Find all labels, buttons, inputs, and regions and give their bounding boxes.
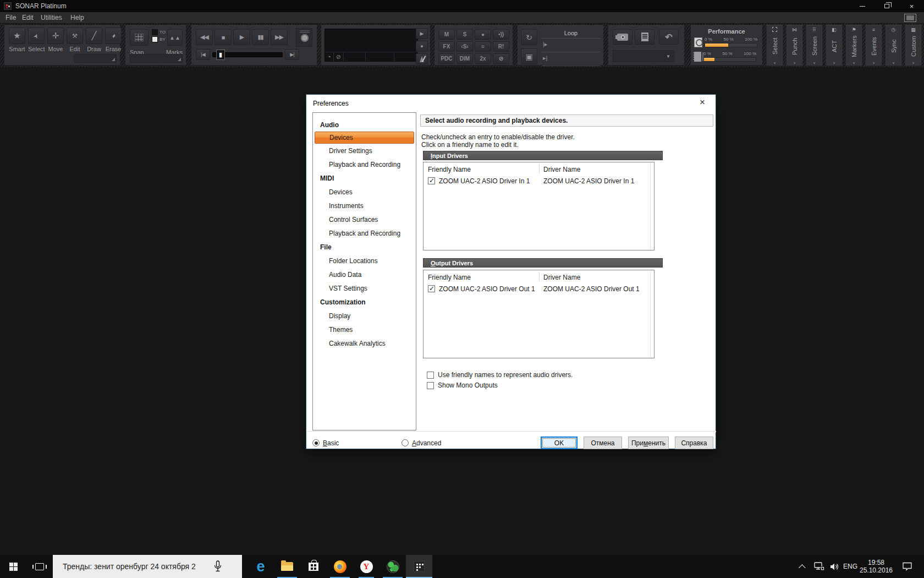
snap-dropdown[interactable] [130, 54, 183, 63]
friendly-name-cell[interactable]: ZOOM UAC-2 ASIO Driver Out 1 [439, 285, 535, 293]
tray-expand-button[interactable] [795, 555, 811, 578]
clock[interactable]: 19:58 25.10.2016 [858, 559, 894, 574]
goto-start-button[interactable]: |◀ [196, 49, 210, 60]
undo-button[interactable]: ↶ [659, 29, 679, 45]
sync-waves-button[interactable]: ≈ [475, 41, 491, 52]
menu-edit[interactable]: Edit [22, 14, 34, 21]
basic-radio[interactable] [312, 439, 320, 446]
pdc-button[interactable]: PDC [438, 53, 455, 64]
dim-solo-button[interactable]: DIM [457, 53, 473, 64]
tab-events-module[interactable]: ≡ Events ▼ [865, 25, 882, 66]
capture-dropdown[interactable]: ▼ [613, 50, 674, 62]
tab-markers-module[interactable]: ⚑ Markers ▼ [845, 25, 862, 66]
close-button[interactable]: × [899, 0, 924, 12]
loop-toggle-button[interactable]: ↻ [521, 29, 537, 45]
tab-sync-module[interactable]: ◷ Sync ▼ [885, 25, 902, 66]
punch-toggle-button[interactable]: ▣ [521, 48, 537, 64]
sidebar-item-folder-locations[interactable]: Folder Locations [313, 254, 416, 268]
sidebar-item-midi-playback-recording[interactable]: Playback and Recording [313, 226, 416, 240]
sidebar-item-midi-devices[interactable]: Devices [313, 185, 416, 199]
action-center-button[interactable] [898, 555, 916, 578]
interleave-button[interactable]: ‹S› [457, 41, 473, 52]
tab-act-module[interactable]: ◧ ACT ▼ [826, 25, 843, 66]
language-indicator[interactable]: ENG [843, 563, 857, 570]
restore-button[interactable] [875, 0, 899, 12]
select-tool-button[interactable]: ➤ [28, 28, 45, 44]
draw-tool-button[interactable]: ╱ [86, 28, 102, 44]
record-button[interactable] [296, 28, 312, 47]
basic-radio-label[interactable]: Basic [323, 439, 339, 447]
arm-record-button[interactable]: ● [475, 29, 491, 40]
metronome-button[interactable] [416, 53, 428, 64]
ok-button[interactable]: OK [541, 437, 578, 449]
notes-button[interactable] [635, 29, 654, 45]
taskbar-store-button[interactable] [300, 555, 327, 578]
output-driver-checkbox[interactable] [428, 285, 435, 292]
sidebar-item-cakewalk-analytics[interactable]: Cakewalk Analytics [313, 336, 416, 350]
sidebar-item-themes[interactable]: Themes [313, 323, 416, 336]
sidebar-item-display[interactable]: Display [313, 309, 416, 323]
tab-screen-module[interactable]: ⠿ Screen ▼ [806, 25, 823, 66]
tools-dropdown[interactable] [74, 54, 117, 63]
task-view-button[interactable] [26, 555, 53, 578]
input-driver-checkbox[interactable] [428, 177, 435, 184]
solo-button[interactable]: S [457, 29, 473, 40]
sidebar-item-audio-data[interactable]: Audio Data [313, 268, 416, 281]
capture-button[interactable] [613, 29, 632, 45]
retro-record-button[interactable]: R! [493, 41, 509, 52]
start-button[interactable] [0, 555, 26, 578]
advanced-radio-label[interactable]: Advanced [412, 439, 441, 447]
sidebar-item-vst-settings[interactable]: VST Settings [313, 281, 416, 295]
erase-tool-button[interactable]: ▰ [105, 28, 122, 44]
move-tool-button[interactable]: ✛ [47, 28, 64, 44]
exclusive-solo-button[interactable]: ⊘ [493, 53, 509, 64]
double-speed-button[interactable]: 2x [475, 53, 491, 64]
taskbar-firefox-button[interactable] [327, 555, 353, 578]
friendly-names-checkbox[interactable] [427, 372, 434, 379]
microphone-icon[interactable] [213, 560, 222, 573]
dialog-close-button[interactable]: × [696, 96, 709, 109]
taskbar-edge-button[interactable]: e [248, 555, 274, 578]
mini-record-button[interactable]: ● [416, 41, 428, 52]
tab-punch-module[interactable]: ⋈ Punch ▼ [786, 25, 803, 66]
snap-grid-button[interactable] [130, 29, 148, 46]
network-tray-button[interactable] [812, 555, 827, 578]
snap-to-toggle[interactable]: TO BY [152, 29, 166, 42]
menu-file[interactable]: File [6, 14, 16, 21]
cancel-button[interactable]: Отмена [584, 437, 622, 449]
tab-select-module[interactable]: Select ▼ [766, 25, 783, 66]
fast-forward-button[interactable]: ▶▶ [271, 29, 288, 45]
mini-play-button[interactable]: ▶ [416, 28, 428, 39]
search-input[interactable]: Тренды: зенит оренбург 24 октября 2 [53, 562, 213, 571]
help-button[interactable]: Справка [675, 437, 713, 449]
position-slider-thumb[interactable]: ▮ [216, 50, 225, 60]
smart-tool-button[interactable]: ★ [9, 28, 25, 44]
edit-tool-button[interactable]: ⚒ [67, 28, 83, 44]
apply-button[interactable]: Применить [628, 437, 669, 449]
sidebar-item-instruments[interactable]: Instruments [313, 199, 416, 212]
taskbar-explorer-button[interactable] [274, 555, 300, 578]
snap-to-switch[interactable] [152, 29, 158, 35]
position-slider[interactable]: ▮ [212, 52, 283, 57]
fx-bypass-button[interactable]: FX [438, 41, 455, 52]
tab-custom-module[interactable]: ▦ Custom ▼ [905, 25, 922, 66]
friendly-name-cell[interactable]: ZOOM UAC-2 ASIO Driver In 1 [439, 177, 530, 185]
sidebar-item-audio-playback-recording[interactable]: Playback and Recording [313, 157, 416, 171]
taskbar-globe-app-button[interactable] [380, 555, 406, 578]
taskbar-yandex-button[interactable]: Y [353, 555, 380, 578]
punch-out-field[interactable]: ▸| [542, 52, 600, 64]
sidebar-item-control-surfaces[interactable]: Control Surfaces [313, 212, 416, 226]
snap-by-switch[interactable] [152, 36, 158, 42]
input-echo-button[interactable]: •)) [493, 29, 509, 40]
pause-button[interactable]: ▮▮ [252, 29, 269, 45]
punch-in-field[interactable]: |▸ [542, 39, 600, 50]
volume-tray-button[interactable] [827, 555, 842, 578]
rewind-button[interactable]: ◀◀ [196, 29, 213, 45]
mute-button[interactable]: M [438, 29, 455, 40]
stop-button[interactable]: ■ [215, 29, 232, 45]
sidebar-item-driver-settings[interactable]: Driver Settings [313, 144, 416, 157]
search-box[interactable]: Тренды: зенит оренбург 24 октября 2 [53, 555, 242, 578]
menu-help[interactable]: Help [70, 14, 84, 21]
advanced-radio[interactable] [402, 439, 409, 446]
minimize-button[interactable] [850, 0, 875, 12]
